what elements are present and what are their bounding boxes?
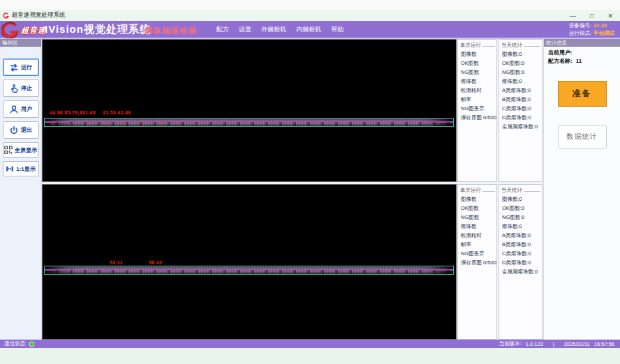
version-label: 当前版本: (499, 340, 522, 347)
data-statistics-button[interactable]: 数据统计 (558, 125, 607, 149)
measurement-annotation: 56.43 (149, 260, 162, 265)
daily-stats-box: 当天统计 图像数:0 OK图数:0 NG图数:0 熔珠数:0 A类熔珠数:0 B… (499, 184, 542, 340)
user-button[interactable]: 用户 (3, 100, 39, 118)
hand-pointer-icon (9, 84, 19, 93)
stat-row: OK图数 (458, 204, 496, 213)
stat-row: OK图数 (458, 59, 496, 68)
single-run-title: 单次运行 (460, 187, 481, 194)
operation-sidebar: 操作区 运行 停止 用户 (0, 39, 42, 340)
stat-row: D类熔珠数:0 (499, 258, 542, 267)
daily-stats-box: 当天统计 图像数:0 OK图数:0 NG图数:0 熔珠数:0 A类熔珠数:0 B… (499, 39, 542, 182)
one-to-one-display-button[interactable]: 1:1显示 (3, 161, 39, 176)
comm-status-indicator (29, 342, 34, 347)
status-time: 16:57:56 (594, 341, 614, 347)
stats-group-inner: 单次运行 图像数 OK图数 NG图数 熔珠数 检测耗时 帧率 NG图丢弃 保存原… (457, 184, 542, 340)
recipe-name-label: 配方名称: (548, 58, 573, 64)
status-date: 2025/02/11 (564, 341, 590, 347)
run-mode-label: 运行模式: (569, 30, 591, 36)
prepare-button[interactable]: 准备 (558, 81, 607, 107)
stat-row: NG图数:0 (499, 213, 542, 222)
measurement-annotation: 53.11 (110, 260, 123, 265)
menu-bar: 配方 设置 外侧相机 内侧相机 帮助 (216, 21, 344, 38)
stat-row: 图像数:0 (499, 50, 542, 59)
stat-row: A类熔珠数:0 (499, 86, 542, 95)
current-user-label: 当前用户: (548, 50, 573, 56)
stat-row: NG图丢弃 (458, 104, 496, 113)
stop-button[interactable]: 停止 (3, 79, 39, 97)
inner-camera-view[interactable]: 53.11 56.43 (42, 184, 457, 340)
stat-row: C类熔珠数:0 (499, 249, 542, 258)
stat-row: 检测耗时 (458, 231, 496, 240)
minimize-button[interactable]: — (570, 13, 576, 20)
menu-item-help[interactable]: 帮助 (331, 25, 344, 34)
weld-strip-image (44, 266, 454, 275)
stat-row: 保存原图 0/500 (458, 258, 496, 267)
stat-row: 帧率 (458, 95, 496, 104)
stat-row: 金属屑熔珠数:0 (499, 122, 542, 131)
info-panel-title: 统计信息 (544, 39, 620, 47)
stat-row: 图像数:0 (499, 195, 542, 204)
fullscreen-display-button[interactable]: 全屏显示 (3, 142, 39, 158)
stat-row: 保存原图 0/500 (458, 113, 496, 122)
stat-row: 熔珠数 (458, 77, 496, 86)
maximize-button[interactable]: □ (590, 13, 593, 20)
stat-row: NG图数:0 (499, 68, 542, 77)
version-value: 1.0.123 (526, 341, 543, 347)
desktop-margin (0, 348, 620, 364)
daily-stats-title: 当天统计 (501, 187, 522, 194)
app-icon (3, 13, 9, 19)
run-button[interactable]: 运行 (3, 59, 39, 76)
stat-row: D类熔珠数:0 (499, 113, 542, 122)
app-header: 超音速 IVision视觉处理系统 熔珠端面检测 配方 设置 外侧相机 内侧相机… (0, 21, 620, 39)
device-id-label: 设备编号: (569, 22, 591, 29)
app-title: IVision视觉处理系统 (45, 23, 151, 36)
run-mode-value: 手动调试 (593, 30, 614, 36)
app-window: 超音速视觉处理系统 — □ ✕ 超音速 IVision视觉处理系统 熔珠端面检测… (0, 0, 620, 364)
menu-item-recipe[interactable]: 配方 (216, 25, 229, 34)
current-user-row: 当前用户: (548, 49, 616, 57)
menu-item-settings[interactable]: 设置 (239, 25, 251, 34)
recipe-name-row: 配方名称:11 (548, 57, 616, 66)
qr-grid-icon (4, 146, 13, 154)
weld-strip-image (44, 118, 454, 127)
daily-stats-title: 当天统计 (501, 42, 522, 49)
stat-row: 熔珠数:0 (499, 77, 542, 86)
sidebar-title: 操作区 (0, 39, 41, 47)
status-separator: | (553, 341, 554, 347)
outer-camera-view[interactable]: 44.98 85.79,831.49 31.53 41.49 (42, 39, 457, 182)
stat-row: 图像数 (458, 195, 496, 204)
stat-row: C类熔珠数:0 (499, 104, 542, 113)
measurement-annotation: 31.53 41.49 (103, 110, 131, 115)
window-title: 超音速视觉处理系统 (12, 11, 66, 20)
recipe-name-value: 11 (576, 58, 582, 64)
comm-status-label: 通信状态: (4, 340, 27, 347)
stat-row: A类熔珠数:0 (499, 231, 542, 240)
stat-row: 检测耗时 (458, 86, 496, 95)
brand-name: 超音速 (21, 25, 46, 36)
stat-row: OK图数:0 (499, 59, 542, 68)
stat-row: 熔珠数 (458, 222, 496, 231)
power-icon (9, 126, 19, 135)
single-run-box: 单次运行 图像数 OK图数 NG图数 熔珠数 检测耗时 帧率 NG图丢弃 保存原… (457, 39, 497, 182)
status-bar: 通信状态: 当前版本: 1.0.123 | 2025/02/11 16:57:5… (0, 340, 620, 348)
titlebar: 超音速视觉处理系统 — □ ✕ (0, 0, 620, 21)
stats-group-outer: 单次运行 图像数 OK图数 NG图数 熔珠数 检测耗时 帧率 NG图丢弃 保存原… (457, 39, 542, 182)
stat-row: NG图数 (458, 213, 496, 222)
device-id-value: 22-33 (593, 22, 607, 29)
stat-row: OK图数:0 (499, 204, 542, 213)
stat-row: NG图数 (458, 68, 496, 77)
menu-item-inner-camera[interactable]: 内侧相机 (296, 25, 321, 34)
close-button[interactable]: ✕ (607, 13, 613, 20)
brand-logo-icon (1, 22, 20, 38)
app-subtitle: 熔珠端面检测 (145, 26, 197, 36)
statistics-column: 单次运行 图像数 OK图数 NG图数 熔珠数 检测耗时 帧率 NG图丢弃 保存原… (457, 39, 543, 340)
exit-button[interactable]: 退出 (3, 121, 39, 139)
main-area: 操作区 运行 停止 用户 (0, 39, 620, 340)
header-info: 设备编号:22-33 运行模式:手动调试 (569, 22, 614, 37)
single-run-box: 单次运行 图像数 OK图数 NG图数 熔珠数 检测耗时 帧率 NG图丢弃 保存原… (457, 184, 497, 340)
stat-row: NG图丢弃 (458, 249, 496, 258)
camera-viewports: 44.98 85.79,831.49 31.53 41.49 53.11 56.… (42, 39, 457, 340)
menu-item-outer-camera[interactable]: 外侧相机 (261, 25, 286, 34)
stat-row: B类熔珠数:0 (499, 240, 542, 249)
run-swap-arrows-icon (9, 63, 19, 73)
